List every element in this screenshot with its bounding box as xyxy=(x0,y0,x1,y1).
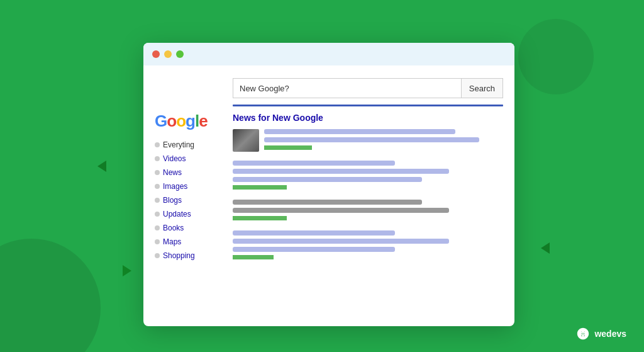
news-line-3-1 xyxy=(233,200,422,205)
sidebar-link-videos[interactable]: Videos xyxy=(163,154,186,163)
news-line-4-green xyxy=(233,255,274,259)
sidebar-item-blogs[interactable]: Blogs xyxy=(155,196,224,205)
sidebar-link-news[interactable]: News xyxy=(163,168,182,177)
triangle-decoration-4 xyxy=(123,265,131,276)
nav-dot-updates xyxy=(155,212,160,217)
sidebar-item-books[interactable]: Books xyxy=(155,224,224,232)
google-logo: Google xyxy=(155,113,224,129)
nav-dot-shopping xyxy=(155,253,160,258)
wedevs-icon xyxy=(576,327,590,341)
news-line-4-0 xyxy=(233,230,395,236)
search-button[interactable]: Search xyxy=(461,78,503,98)
sidebar-item-shopping[interactable]: Shopping xyxy=(155,251,224,260)
sidebar-item-videos[interactable]: Videos xyxy=(155,154,224,163)
news-item-2 xyxy=(233,161,503,190)
news-thumbnail-1 xyxy=(233,129,259,152)
news-line-1-green xyxy=(264,145,312,150)
news-item-1-lines xyxy=(264,129,503,152)
news-item-1-top xyxy=(233,129,503,152)
bg-decoration-circle-1 xyxy=(0,239,101,352)
news-item-4 xyxy=(233,230,503,259)
news-item-3 xyxy=(233,200,503,220)
main-content: Search News for New Google xyxy=(224,78,503,320)
browser-body: Google Everyting Videos News Im xyxy=(143,65,514,326)
news-line-4-2 xyxy=(233,247,395,252)
news-heading: News for New Google xyxy=(233,113,503,123)
news-line-3-2 xyxy=(233,208,449,213)
sidebar-item-maps[interactable]: Maps xyxy=(155,237,224,246)
news-item-3-lines xyxy=(233,200,503,220)
sidebar-item-everyting[interactable]: Everyting xyxy=(155,140,224,149)
wedevs-label: wedevs xyxy=(594,329,626,339)
news-results xyxy=(233,129,503,320)
news-line-1-2 xyxy=(264,137,479,142)
sidebar-link-maps[interactable]: Maps xyxy=(163,237,181,246)
logo-letter-o1: o xyxy=(167,111,176,130)
news-line-3-green xyxy=(233,216,287,220)
nav-dot-videos xyxy=(155,156,160,161)
news-item-2-lines xyxy=(233,161,503,190)
browser-titlebar xyxy=(143,43,514,65)
news-line-4-1 xyxy=(233,239,449,244)
sidebar-link-blogs[interactable]: Blogs xyxy=(163,196,182,205)
sidebar-nav: Everyting Videos News Images Blogs xyxy=(155,140,224,260)
sidebar-link-everyting[interactable]: Everyting xyxy=(163,140,194,149)
search-input[interactable] xyxy=(233,78,461,98)
sidebar-item-images[interactable]: Images xyxy=(155,182,224,191)
news-thumb-image-1 xyxy=(233,129,259,152)
nav-dot-blogs xyxy=(155,198,160,203)
window-close-button[interactable] xyxy=(152,50,160,58)
sidebar-link-books[interactable]: Books xyxy=(163,224,184,232)
sidebar: Google Everyting Videos News Im xyxy=(155,78,224,320)
triangle-decoration-2 xyxy=(97,161,106,172)
sidebar-link-shopping[interactable]: Shopping xyxy=(163,251,195,260)
news-line-2-0 xyxy=(233,161,395,166)
nav-dot-maps xyxy=(155,239,160,244)
window-minimize-button[interactable] xyxy=(164,50,172,58)
logo-letter-g2: g xyxy=(186,111,195,130)
news-line-1-1 xyxy=(264,129,455,134)
news-line-2-1 xyxy=(233,169,449,174)
sidebar-item-news[interactable]: News xyxy=(155,168,224,177)
logo-letter-o2: o xyxy=(176,111,186,130)
nav-dot-news xyxy=(155,170,160,175)
nav-dot-everyting xyxy=(155,142,160,147)
sidebar-link-images[interactable]: Images xyxy=(163,182,187,191)
search-bar: Search xyxy=(233,78,503,98)
news-item-1 xyxy=(233,129,503,152)
nav-dot-books xyxy=(155,225,160,230)
bg-decoration-circle-2 xyxy=(518,19,594,94)
search-underline xyxy=(233,105,503,106)
triangle-decoration-3 xyxy=(541,242,550,254)
window-maximize-button[interactable] xyxy=(176,50,184,58)
logo-letter-g: G xyxy=(155,111,167,130)
news-item-4-lines xyxy=(233,230,503,259)
logo-letter-e: e xyxy=(199,111,207,130)
browser-window: Google Everyting Videos News Im xyxy=(143,43,514,326)
sidebar-item-updates[interactable]: Updates xyxy=(155,210,224,219)
news-line-2-green xyxy=(233,185,287,190)
nav-dot-images xyxy=(155,184,160,189)
wedevs-brand: wedevs xyxy=(576,327,626,341)
sidebar-link-updates[interactable]: Updates xyxy=(163,210,191,219)
news-line-2-2 xyxy=(233,177,422,182)
